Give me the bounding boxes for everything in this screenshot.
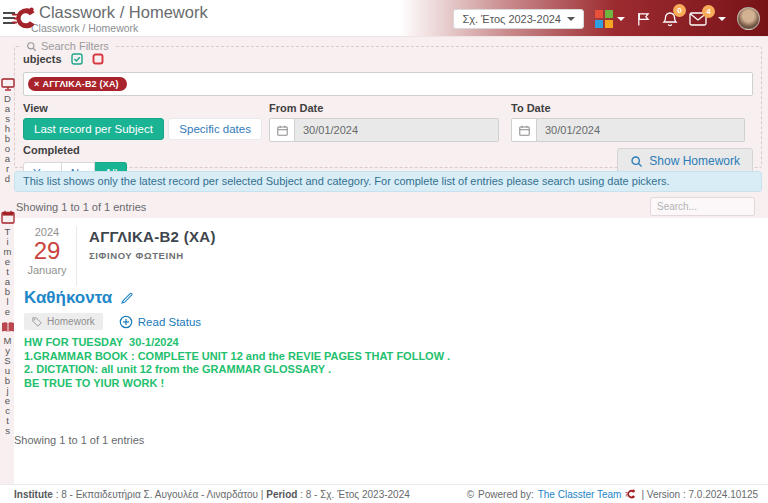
view-column: View Last record per Subject Specific da… <box>23 102 262 140</box>
view-label: View <box>23 102 262 114</box>
remove-tag-icon[interactable]: × <box>34 79 39 89</box>
book-icon <box>1 321 15 333</box>
homework-line: BE TRUE TO YIUR WORK ! <box>24 377 450 391</box>
subjects-label: ubjects <box>23 53 62 65</box>
apps-grid-icon[interactable] <box>595 10 625 28</box>
from-date-label: From Date <box>269 102 499 114</box>
school-year-selector[interactable]: Σχ. Έτος 2023-2024 <box>453 9 584 29</box>
read-status-button[interactable]: Read Status <box>119 315 201 329</box>
classter-team-link[interactable]: The Classter Team <box>538 489 622 500</box>
footer-institute: Institute : 8 - Εκπαιδευτήρια Σ. Αυγουλέ… <box>14 489 410 500</box>
sidebar-label-my-subjects: MySubjects <box>0 336 15 436</box>
classter-logo-small <box>625 488 637 500</box>
calendar-icon[interactable] <box>269 118 295 142</box>
search-filters-legend: Search Filters <box>21 40 114 52</box>
search-input[interactable] <box>650 197 755 216</box>
powered-by-text: Powered by: <box>478 489 534 500</box>
subjects-multiselect[interactable]: × ΑΓΓΛΙΚΑ-Β2 (ΧΑ) <box>23 72 753 96</box>
sidebar: Dashboard Timetable MySubjects <box>0 37 15 484</box>
chevron-down-icon <box>567 17 575 21</box>
showing-entries-bottom: Showing 1 to 1 of 1 entries <box>14 434 144 446</box>
view-specific-dates-button[interactable]: Specific dates <box>168 118 262 140</box>
view-last-record-button[interactable]: Last record per Subject <box>23 118 164 140</box>
edit-pencil-icon[interactable] <box>121 292 133 304</box>
search-icon <box>26 41 37 52</box>
classter-logo[interactable] <box>11 4 39 36</box>
sidebar-label-timetable: Timetable <box>0 227 15 317</box>
version-text: | Version : 7.0.2024.10125 <box>641 489 758 500</box>
to-date-column: To Date <box>511 102 745 142</box>
plus-circle-icon <box>119 315 133 329</box>
search-icon <box>630 155 643 168</box>
homework-content: HW FOR TUESDAY 30-1/2024 1.GRAMMAR BOOK … <box>24 336 450 390</box>
homework-line: HW FOR TUESDAY 30-1/2024 <box>24 336 450 350</box>
user-avatar[interactable] <box>737 7 760 30</box>
sidebar-label-dashboard: Dashboard <box>0 94 15 184</box>
page-title: Classwork / Homework <box>39 3 208 22</box>
sidebar-item-dashboard[interactable]: Dashboard <box>0 78 15 184</box>
clear-selection-icon[interactable] <box>92 53 104 65</box>
envelope-icon[interactable]: 4 <box>689 12 707 26</box>
notifications-badge: 0 <box>673 4 686 17</box>
chevron-down-icon <box>718 17 726 21</box>
homework-type-chip: Homework <box>24 313 103 330</box>
homework-line: 2. DICTATION: all unit 12 from the GRAMM… <box>24 363 450 377</box>
divider <box>76 226 77 286</box>
from-date-column: From Date <box>269 102 499 142</box>
entry-teacher: ΣΙΦΙΝΟΥ ΦΩΤΕΙΝΗ <box>89 250 184 261</box>
completed-label: Completed <box>23 144 80 156</box>
entry-subject: ΑΓΓΛΙΚΑ-Β2 (ΧΑ) <box>89 228 216 245</box>
monitor-icon <box>1 78 15 91</box>
entry-month: January <box>24 264 70 276</box>
messages-badge: 4 <box>702 5 715 18</box>
info-alert: This list shows only the latest record p… <box>14 171 762 192</box>
select-all-icon[interactable] <box>71 53 83 65</box>
subject-tag[interactable]: × ΑΓΓΛΙΚΑ-Β2 (ΧΑ) <box>28 77 127 91</box>
search-filters-panel: Search Filters ubjects × ΑΓΓΛΙΚΑ-Β2 (ΧΑ) <box>14 40 762 168</box>
chevron-down-icon <box>617 17 625 21</box>
calendar-icon <box>1 210 15 224</box>
homework-line: 1.GRAMMAR BOOK : COMPLETE UNIT 12 and th… <box>24 350 450 364</box>
header-actions: Σχ. Έτος 2023-2024 0 <box>453 0 760 37</box>
flag-icon[interactable] <box>636 11 651 27</box>
top-header: Classwork / Homework Classwork / Homewor… <box>0 0 768 37</box>
homework-entry-card: 2024 29 January ΑΓΓΛΙΚΑ-Β2 (ΧΑ) ΣΙΦΙΝΟΥ … <box>14 218 768 484</box>
entry-day: 29 <box>24 238 70 264</box>
showing-entries-top: Showing 1 to 1 of 1 entries <box>16 201 146 213</box>
entry-date: 2024 29 January <box>24 226 70 276</box>
breadcrumb: Classwork / Homework <box>31 22 138 34</box>
sidebar-item-my-subjects[interactable]: MySubjects <box>0 321 15 436</box>
to-date-label: To Date <box>511 102 745 114</box>
copyright-icon: © <box>467 489 474 500</box>
bell-icon[interactable]: 0 <box>662 11 678 27</box>
classter-app: Classwork / Homework Classwork / Homewor… <box>0 0 768 503</box>
from-date-input[interactable] <box>295 118 499 142</box>
calendar-icon[interactable] <box>511 118 537 142</box>
sidebar-item-timetable[interactable]: Timetable <box>0 210 15 317</box>
footer: Institute : 8 - Εκπαιδευτήρια Σ. Αυγουλέ… <box>0 484 768 503</box>
tag-icon <box>32 317 42 327</box>
entry-category: Καθήκοντα <box>24 288 112 308</box>
to-date-input[interactable] <box>537 118 745 142</box>
